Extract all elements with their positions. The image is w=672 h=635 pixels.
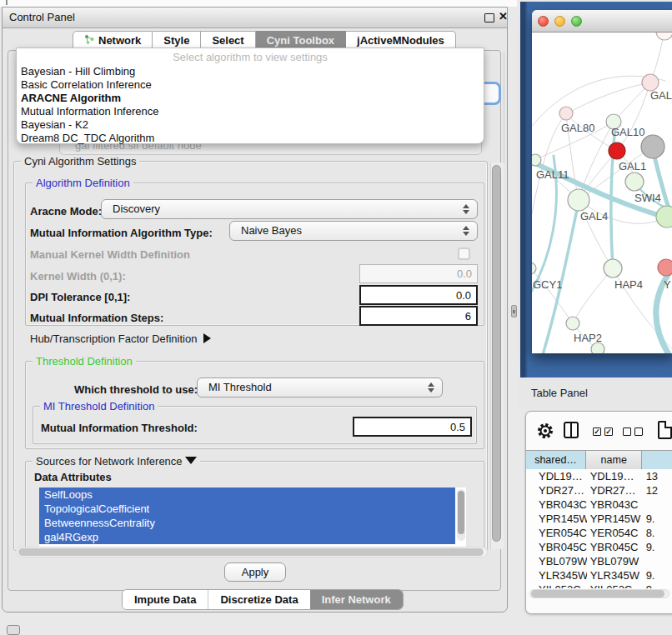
table-cell <box>643 554 672 568</box>
apply-button[interactable]: Apply <box>224 562 286 582</box>
network-node-label: HAP4 <box>614 278 643 291</box>
data-attribute-item[interactable]: SelfLoops <box>39 488 455 502</box>
kernel-width-field[interactable]: 0.0 <box>359 264 478 283</box>
expanded-arrow-icon <box>185 457 197 464</box>
algorithm-option-bayesian-hill-climbing[interactable]: Bayesian - Hill Climbing <box>17 65 484 78</box>
network-canvas[interactable]: GALGAL80GAL10GAL11GAL1SWI4GAL4GCY1HAP4YH… <box>532 32 672 353</box>
mac-close-button[interactable] <box>538 16 549 27</box>
aracne-mode-combo[interactable]: Discovery <box>101 199 478 219</box>
table-row[interactable]: YBR043CYBR043C <box>526 498 672 512</box>
table-cell: 13 <box>643 469 672 483</box>
network-node-hap4[interactable] <box>604 259 622 278</box>
algorithm-option-bayesian-k2[interactable]: Bayesian - K2 <box>17 118 484 132</box>
network-node-swi4[interactable] <box>656 206 672 228</box>
column-header-name[interactable]: name <box>586 451 642 469</box>
network-node[interactable] <box>641 135 664 158</box>
network-node[interactable] <box>609 142 625 159</box>
sources-title-text: Sources for Network Inference <box>36 455 183 468</box>
kernel-width-label: Kernel Width (0,1): <box>30 270 126 282</box>
combo-arrows-icon <box>428 382 434 392</box>
algorithm-option-dream8-dc-tdc-algorithm[interactable]: Dream8 DC_TDC Algorithm <box>17 132 484 145</box>
network-node-label: SWI4 <box>634 192 661 204</box>
mi-threshold-group-title: MI Threshold Definition <box>40 400 158 412</box>
table-row[interactable]: YLR345WYLR345W9. <box>526 568 672 582</box>
network-node-gal1[interactable] <box>625 172 644 191</box>
which-threshold-label: Which threshold to use: <box>74 383 198 396</box>
network-node-hap2[interactable] <box>566 317 579 330</box>
tab-impute-data[interactable]: Impute Data <box>123 590 208 609</box>
columns-icon[interactable] <box>564 422 579 438</box>
table-header-row: shared…name <box>526 450 672 469</box>
mac-zoom-button[interactable] <box>571 16 582 27</box>
partial-icon[interactable] <box>7 625 20 635</box>
checked-checkbox-icon[interactable]: ✓ <box>604 428 613 436</box>
table-row[interactable]: YBL079WYBL079W <box>526 554 672 568</box>
data-attributes-label: Data Attributes <box>34 471 112 483</box>
network-node-gal11[interactable] <box>532 154 541 166</box>
mac-minimize-button[interactable] <box>554 16 565 27</box>
network-node-gcy1[interactable] <box>532 262 536 274</box>
network-node-gal4[interactable] <box>568 189 589 211</box>
data-attribute-item[interactable]: gal4RGexp <box>39 530 455 544</box>
table-row[interactable]: YER054CYER054C8. <box>526 526 672 540</box>
network-node-y[interactable] <box>658 259 672 276</box>
top-strip <box>0 0 517 7</box>
manual-kernel-label: Manual Kernel Width Definition <box>30 248 190 261</box>
table-row[interactable]: YBR045CYBR045C9. <box>526 540 672 554</box>
data-attributes-list[interactable]: SelfLoopsTopologicalCoefficientBetweenne… <box>39 488 466 547</box>
table-cell: 9. <box>643 568 672 582</box>
close-icon[interactable]: ✕ <box>499 10 508 22</box>
splitter-handle[interactable] <box>511 305 517 318</box>
mi-type-label: Mutual Information Algorithm Type: <box>30 227 213 239</box>
float-window-icon[interactable] <box>484 13 494 22</box>
settings-vertical-scroll-thumb[interactable] <box>492 165 501 542</box>
document-icon[interactable] <box>658 421 672 439</box>
data-attribute-item[interactable]: TopologicalCoefficient <box>39 502 455 516</box>
network-node-label: GAL4 <box>580 210 608 222</box>
mi-threshold-field[interactable]: 0.5 <box>353 417 472 437</box>
gear-icon[interactable] <box>536 422 554 443</box>
column-header-2[interactable] <box>642 451 672 469</box>
table-row[interactable]: YIL053CYIL053C9 <box>526 582 672 588</box>
algorithm-option-mutual-information-inference[interactable]: Mutual Information Inference <box>17 105 484 118</box>
tab-discretize-data[interactable]: Discretize Data <box>208 590 309 609</box>
table-row[interactable]: YDR27…YDR27…12 <box>526 483 672 498</box>
table-cell: 12 <box>643 483 672 498</box>
network-node-gal80[interactable] <box>559 107 573 120</box>
table-cell: YER054C <box>526 526 587 540</box>
sources-group-title[interactable]: Sources for Network Inference <box>33 455 200 468</box>
settings-horizontal-scroll-thumb[interactable] <box>18 548 484 556</box>
checked-checkbox-icon[interactable]: ✓ <box>593 428 601 436</box>
table-row[interactable]: YDL19…YDL19…13 <box>526 469 672 483</box>
attribute-list-scroll-thumb[interactable] <box>458 491 464 534</box>
unchecked-checkbox-icon[interactable] <box>634 428 643 436</box>
settings-group-title: Cyni Algorithm Settings <box>21 155 139 168</box>
network-node-gal[interactable] <box>642 74 659 91</box>
algorithm-option-basic-correlation-inference[interactable]: Basic Correlation Inference <box>17 78 484 92</box>
data-attribute-item[interactable]: BetweennessCentrality <box>39 516 455 530</box>
table-cell: YBR045C <box>526 540 587 554</box>
network-node-label: Y <box>664 278 671 291</box>
algorithm-dropdown-popup: Select algorithm to view settings Bayesi… <box>16 48 484 144</box>
dpi-tolerance-field[interactable]: 0.0 <box>359 285 478 305</box>
network-node[interactable] <box>656 32 672 40</box>
table-cell: YBL079W <box>587 554 643 568</box>
table-cell: 9 <box>643 582 672 588</box>
table-row[interactable]: YPR145WYPR145W9. <box>526 512 672 526</box>
column-header-shared-[interactable]: shared… <box>526 451 586 469</box>
table-horizontal-scroll-thumb[interactable] <box>531 590 664 598</box>
threshold-definition-title: Threshold Definition <box>33 355 136 368</box>
tab-infer-network[interactable]: Infer Network <box>310 590 403 609</box>
unchecked-checkbox-icon[interactable] <box>623 428 631 436</box>
hub-definition-label: Hub/Transcription Factor Definition <box>30 332 197 345</box>
table-cell: YBR043C <box>587 498 643 512</box>
which-threshold-combo[interactable]: MI Threshold <box>197 378 443 398</box>
hub-definition-toggle[interactable]: Hub/Transcription Factor Definition <box>30 332 211 345</box>
algorithm-option-aracne-algorithm[interactable]: ARACNE Algorithm <box>17 92 484 105</box>
mi-steps-label: Mutual Information Steps: <box>30 312 163 324</box>
bottom-tabs: Impute DataDiscretize DataInfer Network <box>122 589 404 610</box>
mi-type-combo[interactable]: Naive Bayes <box>229 221 478 241</box>
manual-kernel-checkbox[interactable] <box>458 248 470 260</box>
table-cell: YPR145W <box>587 512 643 526</box>
mi-steps-field[interactable]: 6 <box>359 306 478 326</box>
